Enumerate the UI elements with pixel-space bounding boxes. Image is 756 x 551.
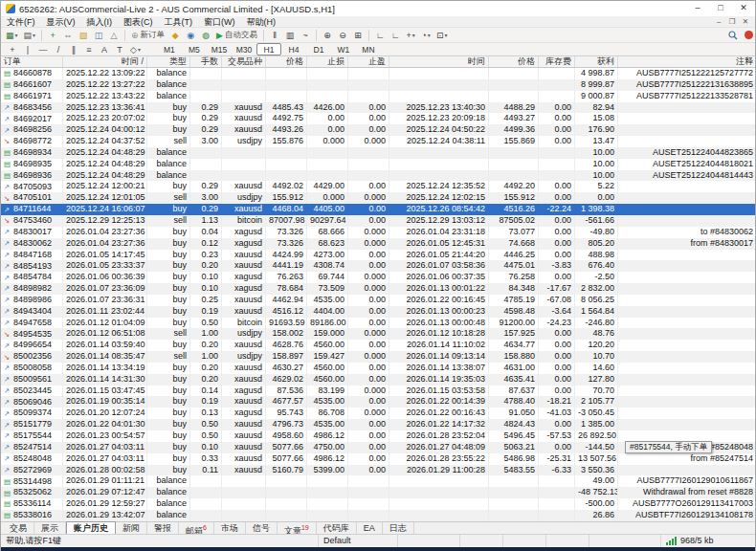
table-row[interactable]: ↗850993742026.01.20 12:07:24buy0.13xagus…: [1, 408, 755, 419]
table-row[interactable]: ▤846616072025.12.22 13:27:22balance8 999…: [1, 79, 755, 91]
depth-of-market-button[interactable]: ∟: [388, 29, 403, 42]
tab-账户历史[interactable]: 账户历史: [66, 521, 116, 534]
table-row[interactable]: ↗846834562025.12.23 13:36:41buy0.29xauus…: [1, 102, 755, 114]
column-header-order[interactable]: 订单: [1, 56, 63, 67]
table-row[interactable]: ↗848989822026.01.07 23:36:09buy0.10xagus…: [1, 283, 755, 295]
autotrading-button[interactable]: ▶自动交易: [213, 29, 260, 42]
fibonacci-button[interactable]: ≡: [81, 43, 97, 56]
table-row[interactable]: ↗847116442025.12.24 16:06:07buy0.29xauus…: [1, 204, 755, 215]
column-header-close_price[interactable]: 价格: [489, 56, 539, 67]
column-header-symbol[interactable]: 交易品种: [222, 56, 266, 67]
table-row[interactable]: ↗852480482026.01.27 04:03:11buy0.33xauus…: [1, 453, 755, 465]
table-row[interactable]: ↗852729692026.01.28 00:02:58buy0.11xauus…: [1, 465, 755, 476]
timeframe-h4[interactable]: H4: [281, 43, 306, 55]
trendline-button[interactable]: /: [51, 43, 66, 56]
table-row[interactable]: ↘847051012025.12.24 12:01:05sell3.00usdj…: [1, 192, 755, 204]
templates-button[interactable]: ⊡▾: [434, 29, 451, 42]
menu-item-c[interactable]: 图表(C): [118, 16, 159, 28]
new-chart-button[interactable]: ▦▾: [3, 29, 21, 42]
table-row[interactable]: ▤846989352025.12.24 04:48:29balance10.00…: [1, 159, 755, 170]
zoom-out-button[interactable]: ⊖: [335, 29, 350, 42]
timeframe-m30[interactable]: M30: [232, 43, 256, 55]
menu-item-h[interactable]: 帮助(H): [241, 16, 282, 28]
table-row[interactable]: ▤853250622026.01.29 07:12:47balance-48 7…: [1, 487, 755, 498]
tab-信号[interactable]: 信号: [246, 522, 278, 534]
child-close-button[interactable]: ✕: [739, 17, 752, 26]
table-row[interactable]: ↗848547842026.01.06 00:36:39buy0.10xagus…: [1, 272, 755, 283]
shapes-button[interactable]: ◇▾: [127, 43, 144, 56]
table-row[interactable]: ↗849476582026.01.12 01:04:09buy0.50bitco…: [1, 318, 755, 329]
search-button[interactable]: [725, 29, 741, 42]
table-row[interactable]: ▤846989362025.12.24 04:48:29balance10.00…: [1, 170, 755, 182]
period-button[interactable]: ◔▾: [418, 29, 434, 42]
table-row[interactable]: ▤846608782025.12.22 13:09:22balance4 998…: [1, 68, 755, 79]
table-row[interactable]: ▤853380162026.01.29 13:42:07balance26.86…: [1, 510, 755, 521]
tab-代码库[interactable]: 代码库: [317, 522, 357, 534]
menu-item-f[interactable]: 文件(F): [1, 16, 41, 28]
community-button[interactable]: ◉: [183, 29, 198, 42]
table-row[interactable]: ↘850023562026.01.14 08:35:47sell1.00usdj…: [1, 351, 755, 363]
column-header-close_time[interactable]: 时间: [389, 56, 489, 67]
table-row[interactable]: ↗850080582026.01.14 13:34:19buy0.20xauus…: [1, 363, 755, 374]
indicators-button[interactable]: ◆: [167, 29, 183, 42]
table-row[interactable]: ▤846989342025.12.24 04:48:29balance10.00…: [1, 147, 755, 159]
table-row[interactable]: ↗849966542026.01.14 03:59:40buy0.20xauus…: [1, 340, 755, 351]
tab-展示[interactable]: 展示: [34, 522, 66, 534]
timeframe-d1[interactable]: D1: [306, 43, 331, 55]
vertical-line-button[interactable]: |: [20, 43, 35, 56]
text-button[interactable]: A: [97, 43, 112, 56]
navigator-button[interactable]: ▧: [76, 29, 91, 42]
menu-item-i[interactable]: 插入(I): [81, 16, 119, 28]
market-watch-button[interactable]: +: [45, 29, 60, 42]
child-restore-button[interactable]: ❐: [725, 17, 739, 26]
table-row[interactable]: ↗848541932026.01.05 23:33:37buy0.20xauus…: [1, 260, 755, 272]
table-row[interactable]: ▤853361142026.01.29 12:59:27balance-500.…: [1, 498, 755, 510]
horizontal-line-button[interactable]: —: [35, 43, 51, 56]
column-header-open_time[interactable]: 时间 /: [63, 56, 147, 67]
menu-item-v[interactable]: 显示(V): [41, 16, 81, 28]
tab-交易[interactable]: 交易: [3, 522, 34, 534]
column-header-price[interactable]: 价格: [266, 56, 307, 67]
column-header-lots[interactable]: 手数: [190, 56, 222, 67]
text-label-button[interactable]: T: [112, 43, 127, 56]
tab-警报[interactable]: 警报: [147, 522, 179, 534]
tab-日志[interactable]: 日志: [383, 522, 414, 534]
table-row[interactable]: ↗846982562025.12.24 04:00:12buy0.29xauus…: [1, 124, 755, 136]
strategy-tester-button[interactable]: △: [106, 29, 122, 42]
table-row[interactable]: ↗848300172026.01.04 23:27:36buy0.04xagus…: [1, 227, 755, 238]
terminal-button[interactable]: ◫: [91, 29, 106, 42]
tab-文章[interactable]: 文章19: [278, 522, 317, 534]
tab-市场[interactable]: 市场: [214, 522, 246, 534]
tab-EA[interactable]: EA: [357, 522, 383, 534]
table-row[interactable]: ↗850095612026.01.14 14:31:30buy0.20xauus…: [1, 374, 755, 386]
web-button[interactable]: ◍: [198, 29, 213, 42]
zoom-in-button[interactable]: ⊕: [320, 29, 335, 42]
candlestick-button[interactable]: ▥: [282, 29, 298, 42]
bar-chart-button[interactable]: ‖: [267, 29, 282, 42]
table-row[interactable]: ↗848300622026.01.04 23:27:36buy0.12xagus…: [1, 238, 755, 250]
table-row[interactable]: ↘849545352026.01.12 06:51:08sell1.00usdj…: [1, 328, 755, 340]
new-order-button[interactable]: ⊕新订单: [128, 29, 167, 42]
table-row[interactable]: ↗850690462026.01.19 00:35:14buy0.19xauus…: [1, 396, 755, 408]
timeframe-w1[interactable]: W1: [331, 43, 356, 55]
column-header-profit[interactable]: 获利: [575, 56, 618, 67]
profiles-button[interactable]: ▤▾: [21, 29, 39, 42]
table-row[interactable]: ↗847050932025.12.24 12:00:21buy0.29xauus…: [1, 181, 755, 192]
chart-shift-button[interactable]: ⇔: [60, 29, 76, 42]
timeframe-h1[interactable]: H1: [256, 43, 281, 55]
channel-button[interactable]: ∥: [66, 43, 81, 56]
column-header-sl[interactable]: 止损: [307, 56, 348, 67]
timeframe-m15[interactable]: M15: [207, 43, 232, 55]
status-profile[interactable]: Default: [319, 535, 398, 547]
minimize-button[interactable]: –: [686, 1, 709, 16]
notification-icon[interactable]: [745, 31, 753, 39]
tab-邮箱[interactable]: 邮箱6: [179, 522, 214, 534]
menu-item-t[interactable]: 工具(T): [159, 16, 199, 28]
crosshair-button[interactable]: +: [5, 43, 20, 56]
column-header-type[interactable]: 类型: [147, 56, 190, 67]
table-row[interactable]: ↗850234452026.01.15 03:47:45buy0.14xagus…: [1, 386, 755, 397]
column-header-comment[interactable]: 注释: [618, 56, 756, 67]
menu-item-w[interactable]: 窗口(W): [198, 16, 241, 28]
table-row[interactable]: ↗851517792026.01.22 04:01:30buy0.50xauus…: [1, 419, 755, 430]
table-row[interactable]: ↗848471682026.01.05 14:17:45buy0.23xauus…: [1, 250, 755, 261]
